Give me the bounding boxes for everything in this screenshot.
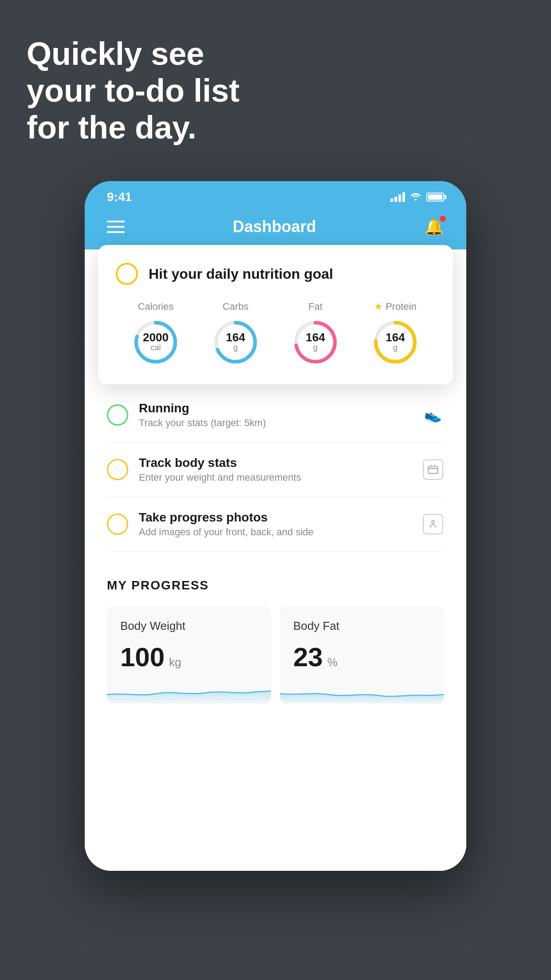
nav-title: Dashboard (232, 217, 316, 236)
calories-label: Calories (138, 301, 174, 312)
todo-title-body-stats: Track body stats (139, 456, 422, 470)
carbs-value: 164 g (226, 332, 245, 353)
todo-item-running[interactable]: Running Track your stats (target: 5km) 👟 (107, 388, 444, 443)
body-weight-card: Body Weight 100 kg (107, 606, 271, 703)
hamburger-menu[interactable] (107, 221, 125, 233)
nutrition-card-title: Hit your daily nutrition goal (149, 266, 333, 282)
calories-ring: 2000 cal (131, 318, 180, 367)
body-fat-chart (280, 672, 444, 703)
phone-mockup: 9:41 (27, 181, 524, 871)
protein-item: ★ Protein 164 g (371, 301, 420, 367)
nav-bar: Dashboard 🔔 (85, 209, 466, 249)
todo-title-running: Running (139, 401, 422, 415)
body-weight-unit: kg (169, 656, 181, 669)
body-fat-number: 23 (293, 642, 323, 672)
fat-item: Fat 164 g (291, 301, 340, 367)
todo-text-running: Running Track your stats (target: 5km) (139, 401, 422, 429)
todo-circle-body-stats (107, 459, 128, 480)
status-bar: 9:41 (85, 181, 466, 209)
running-icon: 👟 (422, 404, 444, 426)
headline: Quickly see your to-do list for the day. (27, 36, 293, 146)
headline-line3: for the day. (27, 110, 197, 145)
protein-label-wrapper: ★ Protein (374, 301, 417, 312)
body-weight-value: 100 kg (120, 642, 258, 672)
nutrition-circles: Calories 2000 cal (116, 301, 435, 367)
status-icons (390, 191, 444, 203)
fat-ring: 164 g (291, 318, 340, 367)
todo-circle-photos (107, 514, 128, 535)
notification-dot (440, 216, 446, 222)
page-background: Quickly see your to-do list for the day.… (0, 0, 551, 980)
body-weight-card-title: Body Weight (120, 619, 258, 633)
carbs-item: Carbs 164 g (211, 301, 260, 367)
person-icon (423, 514, 443, 534)
todo-title-photos: Take progress photos (139, 510, 422, 525)
todo-sub-body-stats: Enter your weight and measurements (139, 472, 422, 483)
shoe-icon: 👟 (424, 407, 442, 423)
svg-point-0 (415, 199, 417, 201)
svg-point-13 (432, 521, 434, 523)
nutrition-card-header: Hit your daily nutrition goal (116, 263, 435, 285)
signal-icon (390, 192, 405, 202)
todo-circle-running (107, 404, 128, 426)
body-weight-chart (107, 672, 271, 703)
notification-bell[interactable]: 🔔 (424, 217, 444, 236)
svg-rect-9 (428, 467, 438, 474)
calories-item: Calories 2000 cal (131, 301, 180, 367)
fat-value: 164 g (306, 332, 325, 353)
todo-sub-running: Track your stats (target: 5km) (139, 417, 422, 429)
progress-cards: Body Weight 100 kg (107, 606, 444, 703)
todo-text-photos: Take progress photos Add images of your … (139, 510, 422, 538)
carbs-ring: 164 g (211, 318, 260, 367)
protein-value: 164 g (386, 332, 405, 353)
fat-label: Fat (308, 301, 323, 312)
headline-line2: your to-do list (27, 73, 240, 108)
scale-icon-wrapper (422, 458, 444, 481)
body-fat-card: Body Fat 23 % (280, 606, 444, 703)
todo-sub-photos: Add images of your front, back, and side (139, 526, 422, 538)
scale-icon (423, 459, 443, 480)
calories-value: 2000 cal (143, 332, 169, 353)
body-fat-card-title: Body Fat (293, 619, 431, 633)
protein-ring: 164 g (371, 318, 420, 367)
progress-section: MY PROGRESS Body Weight 100 kg (85, 552, 466, 726)
phone-bottom-padding (85, 726, 466, 743)
content-area: THINGS TO DO TODAY Hit your daily nutrit… (85, 249, 466, 871)
status-time: 9:41 (107, 190, 132, 204)
progress-section-title: MY PROGRESS (107, 578, 444, 593)
battery-icon (426, 193, 444, 202)
headline-line1: Quickly see (27, 36, 204, 71)
body-fat-unit: % (327, 656, 338, 669)
protein-star-icon: ★ (374, 301, 383, 312)
wifi-icon (409, 191, 422, 203)
todo-item-body-stats[interactable]: Track body stats Enter your weight and m… (107, 443, 444, 497)
todo-item-photos[interactable]: Take progress photos Add images of your … (107, 497, 444, 552)
todo-list: Running Track your stats (target: 5km) 👟… (85, 388, 466, 552)
phone-screen: 9:41 (85, 181, 466, 871)
body-fat-value: 23 % (293, 642, 431, 672)
todo-text-body-stats: Track body stats Enter your weight and m… (139, 456, 422, 483)
carbs-label: Carbs (223, 301, 249, 312)
nutrition-check-circle[interactable] (116, 263, 138, 285)
body-weight-number: 100 (120, 642, 165, 672)
protein-label: Protein (386, 301, 417, 312)
nutrition-card: Hit your daily nutrition goal Calories (98, 245, 453, 384)
person-icon-wrapper (422, 513, 444, 535)
